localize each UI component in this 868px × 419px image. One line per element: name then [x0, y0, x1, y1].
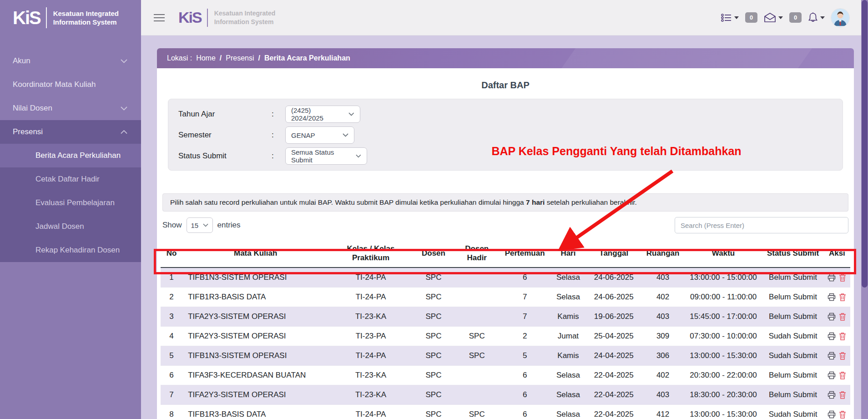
user-avatar[interactable] — [831, 9, 849, 27]
mail-open-icon — [764, 13, 776, 23]
printer-icon[interactable] — [828, 391, 836, 399]
chevron-down-icon — [778, 16, 783, 19]
column-header[interactable]: Hari — [550, 242, 586, 268]
page-scrollbar — [861, 0, 868, 419]
trash-icon[interactable] — [839, 273, 846, 282]
scrollbar-thumb[interactable] — [862, 0, 868, 288]
breadcrumb-separator: / — [220, 54, 222, 62]
column-header[interactable]: Ruangan — [641, 242, 684, 268]
cell-status-submit: Belum Submit — [762, 307, 823, 327]
sidebar-item-akun[interactable]: Akun — [0, 49, 141, 73]
table-row[interactable]: 8 TIFB1R3-BASIS DATA TI-24-PA SPC SPC 6 … — [161, 405, 850, 419]
sidebar-item-koordinator-mata-kuliah[interactable]: Koordinator Mata Kuliah — [0, 73, 141, 96]
bap-card: Lokasi : Home / Presensi / Berita Acara … — [157, 48, 854, 419]
column-header[interactable]: Dosen Hadir — [454, 242, 500, 268]
cell-hari: Selasa — [550, 268, 586, 288]
trash-icon[interactable] — [839, 313, 846, 321]
sidebar-item-presensi[interactable]: Presensi — [0, 120, 141, 144]
column-header[interactable]: No — [161, 242, 182, 268]
cell-mata-kuliah: TIFB1R3-BASIS DATA — [182, 288, 328, 307]
table-header-row: NoMata KuliahKelas / Kelas PraktikumDose… — [161, 242, 850, 268]
column-header[interactable]: Mata Kuliah — [182, 242, 328, 268]
cell-dosen-hadir — [454, 366, 500, 385]
notifications-count-badge: 0 — [789, 12, 802, 23]
cell-tanggal: 19-06-2025 — [586, 307, 641, 327]
column-header[interactable]: Dosen — [413, 242, 454, 268]
trash-icon[interactable] — [839, 371, 846, 379]
cell-waktu: 13:00:00 - 15:30:00 — [685, 405, 762, 419]
sidebar-subitem-rekap-kehadiran-dosen[interactable]: Rekap Kehadiran Dosen — [0, 238, 141, 262]
sidebar-item-nilai-dosen[interactable]: Nilai Dosen — [0, 96, 141, 120]
tahun-ajar-select[interactable]: (2425) 2024/2025 — [285, 106, 360, 123]
column-header[interactable]: Aksi — [824, 242, 850, 268]
page-title: Daftar BAP — [157, 80, 854, 91]
cell-no: 4 — [161, 327, 182, 346]
status-submit-select[interactable]: Semua Status Submit — [285, 147, 367, 165]
trash-icon[interactable] — [839, 332, 846, 340]
table-row[interactable]: 4 TIFA2Y3-SISTEM OPERASI TI-23-PA SPC SP… — [161, 327, 850, 346]
printer-icon[interactable] — [828, 293, 836, 301]
column-header[interactable]: Kelas / Kelas Praktikum — [328, 242, 413, 268]
semester-select[interactable]: GENAP — [285, 126, 354, 144]
cell-dosen-hadir: SPC — [454, 405, 500, 419]
table-row[interactable]: 2 TIFB1R3-BASIS DATA TI-24-PA SPC 7 Sela… — [161, 288, 850, 307]
chevron-down-icon — [343, 133, 348, 137]
topbar-icons: 0 0 — [719, 9, 849, 27]
logo-divider — [46, 7, 47, 28]
table-row[interactable]: 3 TIFA2Y3-SISTEM OPERASI TI-23-KA SPC 7 … — [161, 307, 850, 327]
notifications-menu-button[interactable] — [806, 10, 827, 25]
cell-tanggal: 22-04-2025 — [586, 366, 641, 385]
cell-hari: Selasa — [550, 366, 586, 385]
sidebar-subitem-cetak-daftar-hadir[interactable]: Cetak Daftar Hadir — [0, 167, 141, 191]
printer-icon[interactable] — [828, 273, 836, 282]
kis-logo: KiS — [13, 8, 40, 28]
trash-icon[interactable] — [839, 293, 846, 301]
cell-pertemuan: 5 — [500, 346, 550, 366]
breadcrumb-home[interactable]: Home — [196, 54, 216, 62]
hamburger-icon[interactable] — [154, 12, 165, 24]
cell-waktu: 09:00:00 - 11:00:00 — [685, 288, 762, 307]
table-row[interactable]: 5 TIFB1N3-SISTEM OPERASI TI-24-PA SPC SP… — [161, 346, 850, 366]
column-header[interactable]: Tanggal — [586, 242, 641, 268]
sidebar-menu: Akun Koordinator Mata Kuliah Nilai Dosen… — [0, 49, 141, 262]
column-header[interactable]: Status Submit — [762, 242, 823, 268]
table-row[interactable]: 6 TIFA3F3-KECERDASAN BUATAN TI-23-KA SPC… — [161, 366, 850, 385]
printer-icon[interactable] — [828, 332, 836, 340]
cell-tanggal: 22-04-2025 — [586, 405, 641, 419]
cell-kelas: TI-23-KA — [328, 366, 413, 385]
printer-icon[interactable] — [828, 371, 836, 379]
sidebar-brand[interactable]: KiS Kesatuan Integrated Information Syst… — [0, 0, 141, 35]
topbar-brand[interactable]: KiS Kesatuan Integrated Information Syst… — [178, 9, 275, 27]
page-size-select[interactable]: 15 — [187, 217, 213, 233]
search-input[interactable] — [675, 217, 848, 233]
mail-menu-button[interactable] — [762, 11, 785, 25]
column-header[interactable]: Waktu — [685, 242, 762, 268]
cell-ruangan: 403 — [641, 268, 684, 288]
chevron-down-icon — [121, 106, 127, 111]
cell-no: 6 — [161, 366, 182, 385]
trash-icon[interactable] — [839, 352, 846, 360]
table-row[interactable]: 7 TIFA2Y3-SISTEM OPERASI TI-23-KA SPC 6 … — [161, 385, 850, 405]
avatar-image — [831, 9, 849, 27]
column-header[interactable]: Pertemuan — [500, 242, 550, 268]
task-list-menu-button[interactable] — [719, 11, 741, 24]
sidebar-subitem-evaluasi-pembelajaran[interactable]: Evaluasi Pembelajaran — [0, 191, 141, 215]
printer-icon[interactable] — [828, 313, 836, 321]
sidebar-subitem-jadwal-dosen[interactable]: Jadwal Dosen — [0, 215, 141, 238]
cell-dosen: SPC — [413, 307, 454, 327]
breadcrumb-presensi[interactable]: Presensi — [226, 54, 254, 62]
printer-icon[interactable] — [828, 410, 836, 419]
cell-mata-kuliah: TIFA2Y3-SISTEM OPERASI — [182, 307, 328, 327]
filter-row-status-submit: Status Submit : Semua Status Submit — [178, 146, 833, 167]
sidebar-subitem-berita-acara-perkuliahan[interactable]: Berita Acara Perkuliahan — [0, 144, 141, 167]
table-row[interactable]: 1 TIFB1N3-SISTEM OPERASI TI-24-PA SPC 6 … — [161, 268, 850, 288]
cell-waktu: 18:30:00 - 20:30:00 — [685, 385, 762, 405]
chevron-down-icon — [121, 59, 127, 63]
printer-icon[interactable] — [828, 352, 836, 360]
trash-icon[interactable] — [839, 391, 846, 399]
cell-dosen: SPC — [413, 268, 454, 288]
trash-icon[interactable] — [839, 410, 846, 419]
bap-table: NoMata KuliahKelas / Kelas PraktikumDose… — [161, 242, 850, 419]
cell-dosen: SPC — [413, 366, 454, 385]
cell-hari: Kamis — [550, 307, 586, 327]
